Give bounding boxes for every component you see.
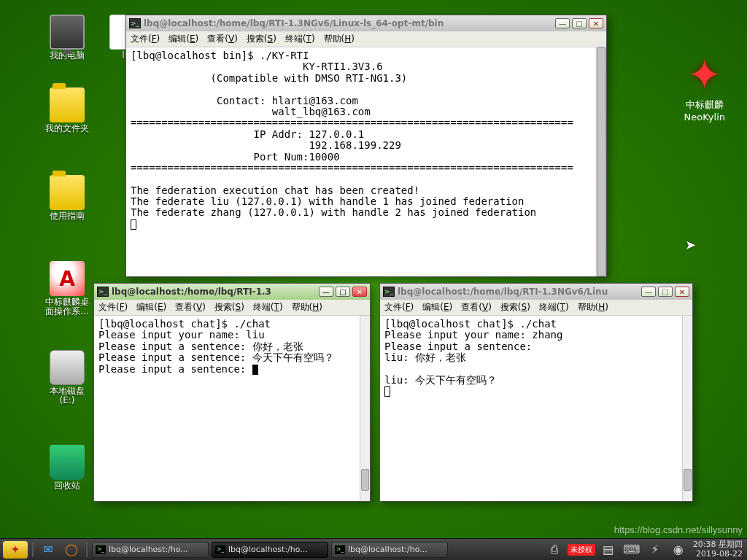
menu-help[interactable]: 帮助(H) [578,301,608,314]
menu-search[interactable]: 搜索(S) [214,301,244,314]
folder-icon [50,88,85,122]
neokylin-en: NeoKylin [684,112,725,122]
folder-icon [50,175,85,210]
separator [32,542,34,557]
trash-icon [50,445,85,480]
task-label: lbq@localhost:/ho... [109,545,188,554]
terminal-window-chat-zhang[interactable]: >_ lbq@localhost:/home/lbq/RTI-1.3NGv6/L… [379,283,693,502]
menu-search[interactable]: 搜索(S) [500,301,530,314]
menu-file[interactable]: 文件(F) [98,301,128,314]
menu-view[interactable]: 查看(V) [175,301,206,314]
launcher-firefox-icon[interactable]: ◯ [61,541,82,559]
desktop-icon-label: 本地磁盘(E:) [42,386,92,405]
menubar[interactable]: 文件(F) 编辑(E) 查看(V) 搜索(S) 终端(T) 帮助(H) [126,31,606,47]
terminal-icon: >_ [129,18,141,28]
window-title: lbq@localhost:/home/lbq/RTI-1.3NGv6/Linu [398,287,638,297]
menu-view[interactable]: 查看(V) [207,33,238,45]
menu-search[interactable]: 搜索(S) [247,33,276,45]
tray-battery-icon[interactable]: ⚡ [645,541,665,559]
terminal-window-chat-liu[interactable]: >_ lbq@localhost:/home/lbq/RTI-1.3 — □ ✕… [93,283,371,502]
menu-terminal[interactable]: 终端(T) [539,301,569,314]
tray-keyboard-icon[interactable]: ⌨ [622,541,642,559]
terminal-output[interactable]: [lbq@localhost bin]$ ./KY-RTI KY-RTI1.3V… [126,47,606,276]
terminal-icon: >_ [96,545,106,554]
clock-date: 2019-08-22 [693,550,743,559]
terminal-output[interactable]: [lbq@localhost chat]$ ./chat Please inpu… [94,316,370,501]
menubar[interactable]: 文件(F) 编辑(E) 查看(V) 搜索(S) 终端(T) 帮助(H) [94,300,370,316]
terminal-icon: >_ [335,545,345,554]
clock-time: 20:38 星期四 [693,540,743,549]
mouse-cursor: ➤ [685,237,696,252]
taskbar-task-2[interactable]: >_lbq@localhost:/ho... [331,542,448,558]
minimize-button[interactable]: — [319,287,333,297]
scrollbar[interactable] [682,316,692,501]
menubar[interactable]: 文件(F) 编辑(E) 查看(V) 搜索(S) 终端(T) 帮助(H) [380,300,692,316]
menu-edit[interactable]: 编辑(E) [422,301,452,314]
license-badge[interactable]: 未授权 [568,544,595,556]
desktop-icon-label: 我的文件夹 [42,124,92,133]
minimize-button[interactable]: — [555,18,570,28]
menu-edit[interactable]: 编辑(E) [136,301,166,314]
desktop-icon-5[interactable]: 本地磁盘(E:) [42,350,92,405]
system-tray[interactable]: ⎙ 未授权 ▤ ⌨ ⚡ ◉ 20:38 星期四 2019-08-22 [544,540,744,558]
close-button[interactable]: ✕ [675,287,689,297]
tray-volume-icon[interactable]: ◉ [668,541,689,559]
pdf-icon: A [50,261,85,296]
desktop-icon-4[interactable]: A中标麒麟桌面操作系... [42,261,92,316]
terminal-icon: >_ [215,545,225,554]
menu-view[interactable]: 查看(V) [461,301,492,314]
maximize-button[interactable]: □ [336,287,350,297]
menu-terminal[interactable]: 终端(T) [285,33,315,45]
scrollbar[interactable] [596,47,606,276]
titlebar[interactable]: >_ lbq@localhost:/home/lbq/RTI-1.3 — □ ✕ [94,284,370,300]
taskbar-task-1[interactable]: >_lbq@localhost:/ho... [212,542,328,558]
tray-network-icon[interactable]: ▤ [598,541,619,559]
menu-terminal[interactable]: 终端(T) [253,301,283,314]
window-title: lbq@localhost:/home/lbq/RTI-1.3NGv6/Linu… [144,18,552,28]
watermark: https://blog.csdn.net/sillysunny [614,524,743,535]
window-title: lbq@localhost:/home/lbq/RTI-1.3 [112,287,316,297]
neokylin-flame-icon: ✦ [684,51,725,98]
desktop-icon-6[interactable]: 回收站 [42,445,92,491]
launcher-thunderbird-icon[interactable]: ✉ [38,541,58,559]
disk-icon [50,350,85,385]
desktop-icon-3[interactable]: 使用指南 [42,175,92,221]
task-label: lbq@localhost:/ho... [228,545,308,554]
titlebar[interactable]: >_ lbq@localhost:/home/lbq/RTI-1.3NGv6/L… [126,15,606,31]
clock[interactable]: 20:38 星期四 2019-08-22 [692,540,744,558]
terminal-output[interactable]: [lbq@localhost chat]$ ./chat Please inpu… [380,316,692,501]
close-button[interactable]: ✕ [589,18,603,28]
neokylin-cn: 中标麒麟 [684,98,725,112]
desktop-icon-label: 使用指南 [42,211,92,221]
terminal-icon: >_ [97,287,109,297]
menu-help[interactable]: 帮助(H) [324,33,355,45]
maximize-button[interactable]: □ [658,287,673,297]
menu-file[interactable]: 文件(F) [384,301,414,314]
maximize-button[interactable]: □ [572,18,587,28]
desktop-icon-label: 回收站 [42,481,92,491]
menu-edit[interactable]: 编辑(E) [169,33,198,45]
terminal-window-rti[interactable]: >_ lbq@localhost:/home/lbq/RTI-1.3NGv6/L… [125,15,607,277]
menu-help[interactable]: 帮助(H) [292,301,322,314]
titlebar[interactable]: >_ lbq@localhost:/home/lbq/RTI-1.3NGv6/L… [380,284,692,300]
monitor-icon [50,15,85,50]
menu-file[interactable]: 文件(F) [131,33,160,45]
taskbar[interactable]: ✦ ✉ ◯ >_lbq@localhost:/ho...>_lbq@localh… [0,538,747,560]
task-label: lbq@localhost:/ho... [348,545,427,554]
desktop-icon-2[interactable]: 我的文件夹 [42,88,92,133]
terminal-icon: >_ [383,287,395,297]
desktop-icon-0[interactable]: 我的电脑 [42,15,92,61]
desktop-icon-label: 中标麒麟桌面操作系... [42,298,92,316]
minimize-button[interactable]: — [641,287,656,297]
tray-printer-icon[interactable]: ⎙ [544,541,565,559]
scrollbar[interactable] [360,316,370,501]
taskbar-task-0[interactable]: >_lbq@localhost:/ho... [92,542,209,558]
neokylin-logo: ✦ 中标麒麟 NeoKylin [684,51,725,122]
close-button[interactable]: ✕ [352,287,367,297]
separator [86,542,88,557]
start-button[interactable]: ✦ [3,541,28,559]
